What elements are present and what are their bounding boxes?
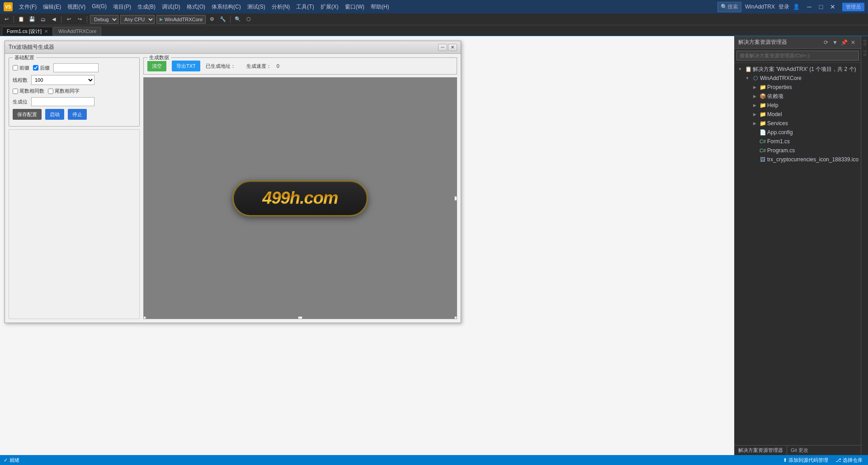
menu-test[interactable]: 测试(S): [245, 2, 268, 12]
user-menu-btn[interactable]: 管理员: [842, 3, 864, 11]
edge-tab-1[interactable]: 0.0: [862, 38, 868, 47]
redo-button[interactable]: ↪: [75, 15, 84, 24]
suffix-checkbox[interactable]: [33, 65, 38, 70]
toolbar-more-4[interactable]: ⬡: [244, 15, 253, 24]
suffix-checkbox-label[interactable]: 后缀: [33, 65, 50, 71]
menu-file[interactable]: 文件(F): [16, 2, 39, 12]
prefix-checkbox[interactable]: [13, 65, 18, 70]
undo-button[interactable]: ↩: [64, 15, 73, 24]
user-icon: 👤: [793, 4, 800, 10]
export-button[interactable]: 导出TXT: [172, 61, 200, 71]
toolbar-btn-2[interactable]: 📋: [17, 15, 26, 24]
title-bar: VS 文件(F) 编辑(E) 视图(V) Git(G) 项目(P) 生成(B) …: [0, 0, 868, 14]
stop-button[interactable]: 停止: [68, 109, 87, 120]
generate-pos-row: 生成位: [13, 97, 136, 106]
resize-handle-bottom-right[interactable]: [454, 316, 457, 319]
tree-project[interactable]: ▼ ⬡ WinAddTRXCore: [735, 74, 861, 83]
tab-form1-design[interactable]: Form1.cs [设计] ✕: [2, 27, 53, 36]
toolbar-btn-3[interactable]: 💾: [28, 15, 37, 24]
thread-count-row: 线程数 100: [13, 75, 136, 85]
form-close-button[interactable]: ✕: [448, 44, 457, 51]
generate-pos-input[interactable]: [31, 97, 94, 106]
toolbar-more-1[interactable]: ⚙: [208, 15, 217, 24]
add-to-source-control[interactable]: ⬆ 添加到源代码管理: [781, 457, 830, 464]
prefix-checkbox-label[interactable]: 前缀: [13, 65, 29, 71]
menu-build[interactable]: 生成(B): [135, 2, 158, 12]
tail-same-char-checkbox[interactable]: [48, 89, 53, 94]
sidebar-header-icons: ⟳ ▼ 📌 ✕: [822, 38, 857, 47]
tree-services[interactable]: ▶ 📁 Services: [735, 119, 861, 128]
status-right: ⬆ 添加到源代码管理 ⎇ 选择仓库: [781, 457, 864, 464]
form-minimize-button[interactable]: ─: [438, 44, 447, 51]
menu-architecture[interactable]: 体系结构(C): [209, 2, 244, 12]
tree-program-cs[interactable]: ▶ C# Program.cs: [735, 146, 861, 155]
sidebar-filter-icon[interactable]: ▼: [831, 38, 839, 47]
menu-extensions[interactable]: 扩展(X): [318, 2, 341, 12]
menu-git[interactable]: Git(G): [89, 2, 109, 12]
toolbar-more-3[interactable]: 🔍: [233, 15, 242, 24]
sidebar-sync-icon[interactable]: ⟳: [822, 38, 830, 47]
menu-window[interactable]: 窗口(W): [342, 2, 367, 12]
resize-handle-right-center[interactable]: [454, 196, 457, 201]
tree-form1-cs[interactable]: ▶ C# Form1.cs: [735, 137, 861, 146]
debug-mode-select[interactable]: Debug: [90, 15, 118, 24]
edge-tab-2[interactable]: 0.1: [862, 48, 868, 58]
login-button[interactable]: 登录: [778, 3, 789, 11]
menu-format[interactable]: 格式(O): [184, 2, 208, 12]
cpu-target-select[interactable]: Any CPU: [120, 15, 155, 24]
start-button[interactable]: 启动: [45, 109, 64, 120]
toolbar-btn-5[interactable]: ◀: [49, 15, 58, 24]
tree-app-config[interactable]: ▶ 📄 App.config: [735, 128, 861, 137]
save-config-button[interactable]: 保存配置: [13, 109, 42, 120]
sidebar-search-input[interactable]: [736, 51, 859, 61]
menu-view[interactable]: 视图(V): [65, 2, 88, 12]
status-left: ✓ 就绪: [4, 457, 19, 464]
help-label: Help: [767, 102, 778, 108]
tree-ico-file[interactable]: ▶ 🖼 trx_cryptocurrencies_icon_188339.ico: [735, 155, 861, 164]
tree-properties[interactable]: ▶ 📁 Properties: [735, 83, 861, 92]
sidebar-pin-icon[interactable]: 📌: [840, 38, 848, 47]
tail-same-char-label[interactable]: 尾数相同字: [48, 88, 80, 94]
suffix-input[interactable]: [53, 63, 99, 72]
tail-same-num-label[interactable]: 尾数相同数: [13, 88, 44, 94]
tail-same-num-checkbox[interactable]: [13, 89, 18, 94]
tree-help[interactable]: ▶ 📁 Help: [735, 101, 861, 110]
toolbar-more-2[interactable]: 🔧: [218, 15, 227, 24]
toolbar-btn-4[interactable]: 🗂: [38, 15, 47, 24]
menu-help[interactable]: 帮助(H): [368, 2, 392, 12]
resize-handle-bottom-center[interactable]: [298, 316, 302, 319]
minimize-button[interactable]: ─: [803, 2, 815, 12]
tree-dependencies[interactable]: ▶ 📦 依赖项: [735, 92, 861, 101]
solution-tree: ▼ 📋 解决方案 'WinAddTRX' (1 个项目，共 2 个) ▼ ⬡ W…: [735, 63, 861, 445]
tab-form1-close-icon[interactable]: ✕: [44, 29, 48, 34]
clear-button[interactable]: 清空: [147, 61, 166, 71]
resize-handle-bottom-left[interactable]: [143, 316, 146, 319]
tree-model[interactable]: ▶ 📁 Model: [735, 110, 861, 119]
menu-project[interactable]: 项目(P): [110, 2, 134, 12]
menu-debug[interactable]: 调试(D): [159, 2, 183, 12]
close-button[interactable]: ✕: [827, 2, 839, 12]
solution-explorer-tab[interactable]: 解决方案资源管理器: [735, 446, 787, 455]
tab-winaddtrxcore[interactable]: WinAddTRXCore: [53, 27, 101, 36]
toolbar-btn-1[interactable]: ↩: [2, 15, 11, 24]
ico-file-label: trx_cryptocurrencies_icon_188339.ico: [767, 156, 859, 163]
run-button[interactable]: ▶ WinAddTRXCore: [156, 15, 206, 24]
menu-tools[interactable]: 工具(T): [293, 2, 316, 12]
sidebar-bottom-tabs: 解决方案资源管理器 Git 更改: [735, 445, 861, 455]
thread-count-select[interactable]: 100: [31, 75, 94, 85]
maximize-button[interactable]: □: [815, 2, 827, 12]
gen-speed-label: 生成速度：: [246, 63, 271, 70]
tree-solution[interactable]: ▼ 📋 解决方案 'WinAddTRX' (1 个项目，共 2 个): [735, 65, 861, 74]
suffix-label: 后缀: [40, 65, 50, 71]
sidebar-close-icon[interactable]: ✕: [849, 38, 857, 47]
logo-499h-container: 499h.com: [232, 180, 368, 216]
global-search[interactable]: 🔍 搜索: [717, 2, 741, 12]
menu-edit[interactable]: 编辑(E): [40, 2, 64, 12]
solution-icon: 📋: [745, 66, 752, 73]
menu-analyze[interactable]: 分析(N): [269, 2, 293, 12]
model-arrow: ▶: [751, 111, 758, 118]
status-bar: ✓ 就绪 ⬆ 添加到源代码管理 ⎇ 选择仓库: [0, 455, 868, 465]
services-folder-icon: 📁: [759, 120, 766, 127]
select-repo[interactable]: ⎇ 选择仓库: [834, 457, 864, 464]
git-changes-tab[interactable]: Git 更改: [787, 446, 812, 455]
